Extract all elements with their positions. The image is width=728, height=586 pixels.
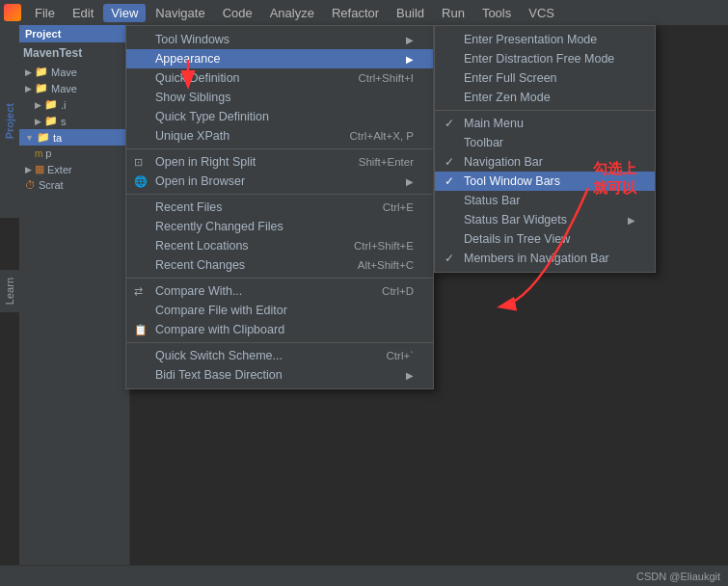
project-tab[interactable]: Project <box>2 99 17 143</box>
menu-item-label: Appearance <box>155 52 220 66</box>
menu-item-label: Status Bar Widgets <box>464 213 567 226</box>
submenu-status-bar[interactable]: Status Bar <box>435 191 655 210</box>
menu-item-label: Toolbar <box>464 136 503 149</box>
menu-navigate[interactable]: Navigate <box>148 4 212 22</box>
browser-icon: 🌐 <box>134 175 148 188</box>
menu-tools[interactable]: Tools <box>474 4 519 22</box>
menu-shortcut: Alt+Shift+C <box>358 259 414 271</box>
menu-shortcut: Ctrl+` <box>387 350 414 361</box>
menu-item-label: Recent Locations <box>155 239 249 253</box>
tree-item-dot-i[interactable]: ▶📁.i <box>19 96 129 113</box>
menu-file[interactable]: File <box>27 4 63 22</box>
menu-quick-switch[interactable]: Quick Switch Scheme... Ctrl+` <box>126 346 433 365</box>
menu-run[interactable]: Run <box>434 4 472 22</box>
submenu-arrow: ▶ <box>406 176 414 187</box>
menu-item-label: Navigation Bar <box>464 155 543 169</box>
menu-item-label: Show Siblings <box>155 91 231 104</box>
menu-view[interactable]: View <box>103 4 146 22</box>
submenu-status-bar-widgets[interactable]: Status Bar Widgets ▶ <box>435 210 655 229</box>
menu-unique-xpath[interactable]: Unique XPath Ctrl+Alt+X, P <box>126 126 433 146</box>
menu-code[interactable]: Code <box>215 4 260 22</box>
view-dropdown: Tool Windows ▶ Appearance ▶ Quick Defini… <box>125 25 434 389</box>
menu-build[interactable]: Build <box>389 4 432 22</box>
submenu-members-nav-bar[interactable]: ✓ Members in Navigation Bar <box>435 249 655 268</box>
menu-bar: File Edit View Navigate Code Analyze Ref… <box>0 0 728 25</box>
submenu-enter-presentation[interactable]: Enter Presentation Mode <box>435 30 655 49</box>
menu-shortcut: Ctrl+Shift+I <box>358 72 414 84</box>
menu-item-label: Tool Windows <box>155 33 229 46</box>
submenu-toolbar[interactable]: Toolbar <box>435 133 655 152</box>
menu-item-label: Members in Navigation Bar <box>464 252 609 265</box>
menu-shortcut: Ctrl+D <box>382 285 414 297</box>
menu-item-label: Recent Changes <box>155 258 245 272</box>
menu-shortcut: Ctrl+E <box>383 201 414 213</box>
menu-compare-with[interactable]: ⇄ Compare With... Ctrl+D <box>126 281 433 301</box>
menu-item-label: Quick Switch Scheme... <box>155 349 283 362</box>
tree-item-mave1[interactable]: ▶📁Mave <box>19 64 129 80</box>
submenu-arrow: ▶ <box>406 54 414 65</box>
menu-item-label: Bidi Text Base Direction <box>155 368 283 382</box>
submenu-details-tree[interactable]: Details in Tree View <box>435 229 655 249</box>
menu-quick-definition[interactable]: Quick Definition Ctrl+Shift+I <box>126 68 433 88</box>
split-icon: ⊡ <box>134 156 143 169</box>
tree-item-m-p[interactable]: mp <box>19 146 129 161</box>
menu-bidi-text[interactable]: Bidi Text Base Direction ▶ <box>126 365 433 385</box>
menu-item-label: Enter Full Screen <box>464 71 557 85</box>
submenu-enter-zen-mode[interactable]: Enter Zen Mode <box>435 88 655 107</box>
ide-logo <box>4 4 21 21</box>
menu-item-label: Details in Tree View <box>464 232 570 246</box>
menu-item-label: Recently Changed Files <box>155 220 283 233</box>
project-title: MavenTest <box>19 42 129 62</box>
tree-item-exter[interactable]: ▶▦Exter <box>19 161 129 177</box>
menu-item-label: Compare With... <box>155 284 242 298</box>
menu-compare-file[interactable]: Compare File with Editor <box>126 301 433 320</box>
menu-item-label: Enter Distraction Free Mode <box>464 52 614 66</box>
menu-recently-changed[interactable]: Recently Changed Files <box>126 217 433 236</box>
submenu-enter-distraction-free[interactable]: Enter Distraction Free Mode <box>435 49 655 68</box>
menu-recent-locations[interactable]: Recent Locations Ctrl+Shift+E <box>126 236 433 255</box>
menu-shortcut: Shift+Enter <box>359 156 414 168</box>
check-icon: ✓ <box>445 155 454 169</box>
menu-item-label: Quick Type Definition <box>155 110 269 123</box>
tree-item-s[interactable]: ▶📁s <box>19 113 129 129</box>
clipboard-icon: 📋 <box>134 324 148 336</box>
menu-show-siblings[interactable]: Show Siblings <box>126 88 433 107</box>
menu-item-label: Recent Files <box>155 200 222 214</box>
menu-appearance[interactable]: Appearance ▶ <box>126 49 433 68</box>
submenu-nav-bar[interactable]: ✓ Navigation Bar <box>435 152 655 172</box>
menu-recent-files[interactable]: Recent Files Ctrl+E <box>126 198 433 217</box>
menu-edit[interactable]: Edit <box>65 4 101 22</box>
menu-compare-clipboard[interactable]: 📋 Compare with Clipboard <box>126 320 433 339</box>
check-icon: ✓ <box>445 117 454 130</box>
learn-tab[interactable]: Learn <box>2 274 17 308</box>
menu-item-label: Main Menu <box>464 117 524 130</box>
menu-item-label: Open in Right Split <box>155 155 256 169</box>
submenu-tool-window-bars[interactable]: ✓ Tool Window Bars <box>435 172 655 191</box>
submenu-enter-full-screen[interactable]: Enter Full Screen <box>435 68 655 88</box>
tree-item-ta[interactable]: ▼📁ta <box>19 129 129 146</box>
menu-sep-3 <box>126 278 433 279</box>
menu-tool-windows[interactable]: Tool Windows ▶ <box>126 30 433 49</box>
project-panel: Project MavenTest ▶📁Mave ▶📁Mave ▶📁.i ▶📁s… <box>19 25 130 586</box>
project-tree: ▶📁Mave ▶📁Mave ▶📁.i ▶📁s ▼📁ta mp ▶▦Exter ⏱… <box>19 62 129 195</box>
menu-item-label: Quick Definition <box>155 71 240 85</box>
menu-item-label: Compare File with Editor <box>155 304 287 317</box>
status-bar: CSDN @Eliaukgit <box>0 565 728 586</box>
menu-recent-changes[interactable]: Recent Changes Alt+Shift+C <box>126 255 433 275</box>
submenu-arrow: ▶ <box>628 215 635 226</box>
compare-icon: ⇄ <box>134 285 143 298</box>
menu-vcs[interactable]: VCS <box>521 4 562 22</box>
submenu-main-menu[interactable]: ✓ Main Menu <box>435 114 655 133</box>
menu-item-label: Open in Browser <box>155 174 245 188</box>
menu-analyze[interactable]: Analyze <box>262 4 322 22</box>
menu-item-label: Enter Presentation Mode <box>464 33 597 46</box>
submenu-sep-1 <box>435 110 655 111</box>
menu-shortcut: Ctrl+Shift+E <box>354 240 414 252</box>
tree-item-mave2[interactable]: ▶📁Mave <box>19 80 129 96</box>
menu-item-label: Compare with Clipboard <box>155 323 284 336</box>
menu-open-browser[interactable]: 🌐 Open in Browser ▶ <box>126 172 433 191</box>
menu-refactor[interactable]: Refactor <box>324 4 387 22</box>
tree-item-scrat[interactable]: ⏱Scrat <box>19 177 129 193</box>
menu-open-right-split[interactable]: ⊡ Open in Right Split Shift+Enter <box>126 152 433 172</box>
menu-quick-type[interactable]: Quick Type Definition <box>126 107 433 126</box>
